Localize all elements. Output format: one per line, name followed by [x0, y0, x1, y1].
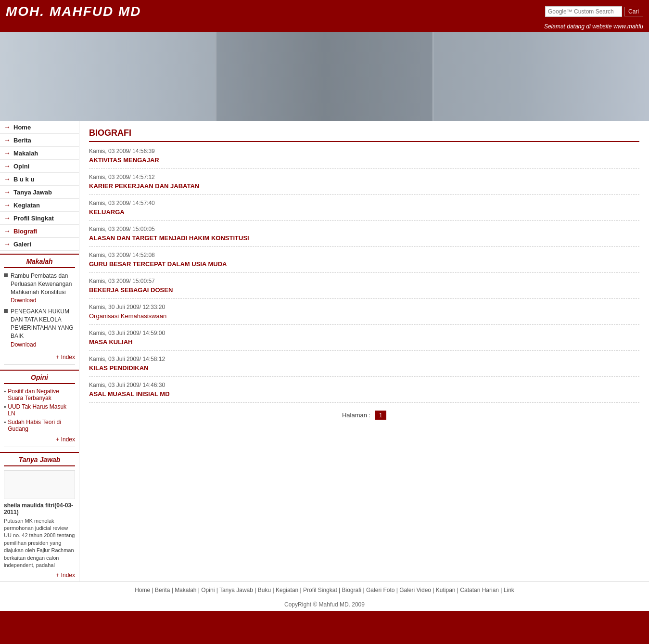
makalah-index-link[interactable]: + Index	[4, 352, 75, 365]
sidebar-item-opini[interactable]: → Opini	[0, 160, 79, 173]
footer-link-profil-singkat[interactable]: Profil Singkat	[303, 587, 337, 593]
bio-link-7[interactable]: MASA KULIAH	[89, 338, 133, 346]
makalah-download-2[interactable]: Download	[11, 341, 75, 348]
makalah-section-title: Makalah	[4, 258, 75, 268]
footer-link-kutipan[interactable]: Kutipan	[436, 587, 456, 593]
sidebar-item-galeri[interactable]: → Galeri	[0, 238, 79, 251]
bullet-2	[4, 309, 8, 313]
footer-separator-3: |	[215, 587, 219, 593]
nav-arrow-home: →	[4, 123, 11, 131]
bio-date-8: Kamis, 03 Juli 2009/ 14:58:12	[89, 356, 639, 362]
footer-link-link[interactable]: Link	[504, 587, 514, 593]
pagination-current[interactable]: 1	[375, 411, 386, 420]
opini-item-1[interactable]: Positif dan Negative Suara Terbanyak	[4, 388, 75, 401]
nav-label-buku: B u k u	[13, 176, 34, 183]
nav-arrow-tanya-jawab: →	[4, 188, 11, 196]
nav-arrow-makalah: →	[4, 149, 11, 157]
nav-label-tanya-jawab: Tanya Jawab	[13, 189, 52, 196]
bio-entry-0: Kamis, 03 2009/ 14:56:39AKTIVITAS MENGAJ…	[89, 148, 639, 169]
opini-section: Opini Positif dan Negative Suara Terbany…	[0, 370, 79, 450]
makalah-text-1: Rambu Pembatas dan Perluasan Kewenangan …	[11, 272, 75, 296]
bio-entry-7: Kamis, 03 Juli 2009/ 14:59:00MASA KULIAH	[89, 330, 639, 351]
footer-link-catatan-harian[interactable]: Catatan Harian	[460, 587, 499, 593]
footer-separator-6: |	[298, 587, 303, 593]
site-title: MOH. MAHFUD MD	[6, 4, 141, 19]
bio-link-4[interactable]: GURU BESAR TERCEPAT DALAM USIA MUDA	[89, 260, 227, 268]
makalah-item-2: PENEGAKAN HUKUM DAN TATA KELOLA PEMERINT…	[4, 308, 75, 348]
footer-separator-1: |	[170, 587, 175, 593]
search-input[interactable]	[545, 6, 622, 17]
opini-item-3[interactable]: Sudah Habis Teori di Gudang	[4, 419, 75, 432]
footer-separator-10: |	[431, 587, 436, 593]
welcome-text: Selamat datang di website www.mahfu	[0, 23, 649, 32]
nav-menu: → Home → Berita → Makalah → Opini → B u …	[0, 121, 79, 251]
footer-separator-4: |	[253, 587, 258, 593]
bio-date-5: Kamis, 03 2009/ 15:00:57	[89, 278, 639, 284]
bio-link-2[interactable]: KELUARGA	[89, 208, 125, 216]
bio-link-1[interactable]: KARIER PEKERJAAN DAN JABATAN	[89, 182, 199, 190]
bio-link-6[interactable]: Organisasi Kemahasiswaan	[89, 312, 166, 320]
sidebar-item-buku[interactable]: → B u k u	[0, 173, 79, 186]
bio-entry-3: Kamis, 03 2009/ 15:00:05ALASAN DAN TARGE…	[89, 226, 639, 247]
opini-index-link[interactable]: + Index	[4, 434, 75, 447]
bio-date-1: Kamis, 03 2009/ 14:57:12	[89, 174, 639, 180]
bio-date-2: Kamis, 03 2009/ 14:57:40	[89, 200, 639, 206]
bio-date-3: Kamis, 03 2009/ 15:00:05	[89, 226, 639, 232]
nav-label-opini: Opini	[13, 163, 29, 170]
nav-label-makalah: Makalah	[13, 150, 38, 157]
sidebar-item-makalah[interactable]: → Makalah	[0, 147, 79, 160]
footer-links: Home | Berita | Makalah | Opini | Tanya …	[135, 587, 514, 593]
bullet-1	[4, 273, 8, 277]
makalah-download-1[interactable]: Download	[11, 297, 75, 304]
copyright: CopyRight © Mahfud MD. 2009	[0, 598, 649, 611]
nav-arrow-profil-singkat: →	[4, 214, 11, 222]
bio-date-6: Kamis, 30 Juli 2009/ 12:33:20	[89, 304, 639, 310]
opini-item-2[interactable]: UUD Tak Harus Masuk LN	[4, 403, 75, 417]
bio-entry-8: Kamis, 03 Juli 2009/ 14:58:12KILAS PENDI…	[89, 356, 639, 377]
footer-link-biografi[interactable]: Biografi	[342, 587, 362, 593]
footer-link-kegiatan[interactable]: Kegiatan	[276, 587, 298, 593]
sidebar-item-berita[interactable]: → Berita	[0, 134, 79, 147]
sidebar-item-profil-singkat[interactable]: → Profil Singkat	[0, 212, 79, 225]
footer-separator-7: |	[337, 587, 342, 593]
bio-entry-1: Kamis, 03 2009/ 14:57:12KARIER PEKERJAAN…	[89, 174, 639, 195]
nav-label-berita: Berita	[13, 137, 31, 144]
footer-separator-9: |	[394, 587, 399, 593]
pagination-label: Halaman :	[342, 412, 370, 419]
makalah-text-2: PENEGAKAN HUKUM DAN TATA KELOLA PEMERINT…	[11, 308, 75, 340]
footer-link-makalah[interactable]: Makalah	[175, 587, 196, 593]
bio-entry-6: Kamis, 30 Juli 2009/ 12:33:20Organisasi …	[89, 304, 639, 325]
bio-link-5[interactable]: BEKERJA SEBAGAI DOSEN	[89, 286, 173, 294]
footer-link-berita[interactable]: Berita	[155, 587, 170, 593]
bio-link-9[interactable]: ASAL MUASAL INISIAL MD	[89, 390, 170, 398]
footer-link-buku[interactable]: Buku	[258, 587, 271, 593]
footer-link-tanya-jawab[interactable]: Tanya Jawab	[219, 587, 253, 593]
footer-link-galeri-video[interactable]: Galeri Video	[399, 587, 431, 593]
footer-separator-2: |	[196, 587, 201, 593]
tanya-jawab-section: Tanya Jawab sheila maulida fitri(04-03-2…	[0, 452, 79, 582]
main-content: BIOGRAFI Kamis, 03 2009/ 14:56:39AKTIVIT…	[79, 121, 649, 581]
tanya-index-link[interactable]: + Index	[4, 572, 75, 579]
sidebar-item-kegiatan[interactable]: → Kegiatan	[0, 199, 79, 212]
tanya-jawab-section-title: Tanya Jawab	[4, 456, 75, 466]
tanya-user: sheila maulida fitri(04-03-2011)	[4, 502, 75, 515]
sidebar-item-home[interactable]: → Home	[0, 121, 79, 134]
bio-date-0: Kamis, 03 2009/ 14:56:39	[89, 148, 639, 155]
sidebar-item-tanya-jawab[interactable]: → Tanya Jawab	[0, 186, 79, 199]
pagination: Halaman : 1	[89, 411, 639, 420]
bio-date-7: Kamis, 03 Juli 2009/ 14:59:00	[89, 330, 639, 336]
footer: Home | Berita | Makalah | Opini | Tanya …	[0, 581, 649, 598]
bio-entry-4: Kamis, 03 2009/ 14:52:08GURU BESAR TERCE…	[89, 252, 639, 273]
search-button[interactable]: Cari	[624, 7, 643, 16]
nav-arrow-galeri: →	[4, 240, 11, 248]
bio-link-8[interactable]: KILAS PENDIDIKAN	[89, 364, 149, 372]
bio-link-3[interactable]: ALASAN DAN TARGET MENJADI HAKIM KONSTITU…	[89, 234, 249, 242]
bio-link-0[interactable]: AKTIVITAS MENGAJAR	[89, 156, 159, 164]
page-title: BIOGRAFI	[89, 128, 639, 142]
footer-link-galeri-foto[interactable]: Galeri Foto	[366, 587, 394, 593]
footer-link-opini[interactable]: Opini	[201, 587, 215, 593]
sidebar-item-biografi[interactable]: → Biografi	[0, 225, 79, 238]
footer-link-home[interactable]: Home	[135, 587, 150, 593]
bio-entry-5: Kamis, 03 2009/ 15:00:57BEKERJA SEBAGAI …	[89, 278, 639, 299]
nav-label-kegiatan: Kegiatan	[13, 202, 40, 209]
